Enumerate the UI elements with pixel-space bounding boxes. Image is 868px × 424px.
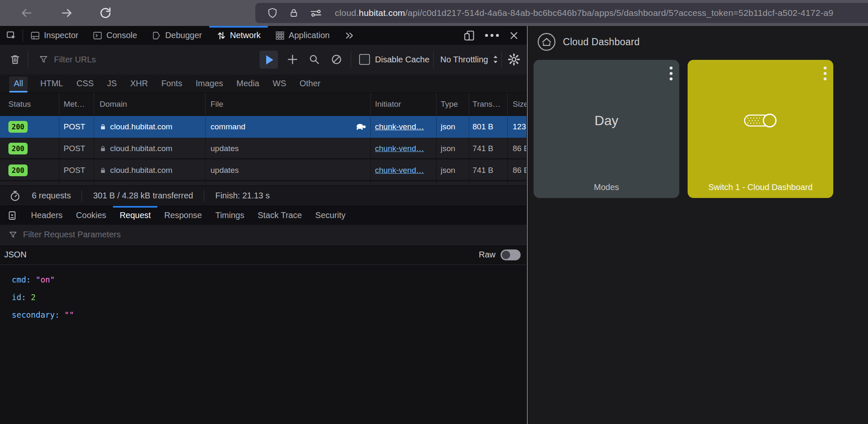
clear-requests-button[interactable]	[9, 45, 21, 74]
console-icon	[92, 31, 103, 41]
detail-tab-timings[interactable]: Timings	[208, 206, 251, 225]
collapse-pane-button[interactable]	[0, 210, 24, 221]
col-file[interactable]: File	[205, 93, 370, 116]
tab-label: Debugger	[165, 31, 202, 40]
table-row[interactable]: 200 POST cloud.hubitat.com command	[0, 116, 526, 138]
cell-type: json	[436, 138, 469, 159]
browser-toolbar: cloud.hubitat.com/api/c0d1d217-514d-4a6a…	[0, 0, 868, 26]
filter-tab-xhr[interactable]: XHR	[129, 77, 149, 90]
tab-application[interactable]: Application	[268, 26, 337, 45]
throttling-value: No Throttling	[440, 55, 488, 64]
page-title: Cloud Dashboard	[563, 36, 640, 48]
col-domain[interactable]: Domain	[94, 93, 205, 116]
lock-icon[interactable]	[289, 7, 299, 19]
https-lock-icon	[100, 145, 106, 152]
initiator-link[interactable]: chunk-vend…	[375, 144, 424, 153]
filter-tab-other[interactable]: Other	[299, 77, 321, 90]
reload-icon	[99, 6, 112, 20]
tab-console[interactable]: Console	[85, 26, 144, 45]
devtools-tabbar: Inspector Console Debugger	[0, 26, 526, 45]
tile-label: Switch 1 - Cloud Dashboard	[688, 182, 833, 192]
permissions-icon[interactable]	[310, 7, 322, 19]
resume-button[interactable]	[259, 51, 278, 69]
requests-count[interactable]: 6 requests	[32, 191, 71, 200]
url-domain: hubitat.com	[359, 8, 405, 18]
col-method[interactable]: Met…	[59, 93, 94, 116]
table-header-row: Status Met… Domain File Initiator Type T…	[0, 93, 526, 116]
col-size[interactable]: Size	[507, 93, 526, 116]
tile-switch[interactable]: Switch 1 - Cloud Dashboard	[688, 60, 833, 198]
filter-tab-images[interactable]: Images	[195, 77, 224, 90]
table-row[interactable]: 200 POST cloud.hubitat.com updates chunk…	[0, 138, 526, 159]
search-button[interactable]	[308, 45, 320, 74]
initiator-link[interactable]: chunk-vend…	[375, 122, 424, 131]
mode-value: Day	[595, 113, 619, 128]
reload-button[interactable]	[99, 6, 113, 20]
cell-size: 86 B	[507, 159, 526, 181]
block-requests-button[interactable]	[331, 45, 342, 74]
responsive-design-button[interactable]	[463, 30, 475, 41]
close-icon	[509, 31, 519, 41]
raw-toggle[interactable]	[501, 249, 521, 260]
filter-urls-input[interactable]: Filter URLs	[39, 45, 96, 74]
filter-tab-css[interactable]: CSS	[76, 77, 95, 90]
screenshot-root: cloud.hubitat.com/api/c0d1d217-514d-4a6a…	[0, 0, 868, 424]
filter-tab-all[interactable]: All	[9, 77, 28, 90]
forward-button[interactable]	[60, 6, 74, 20]
tile-label: Modes	[534, 182, 679, 192]
detail-tab-headers[interactable]: Headers	[24, 206, 69, 225]
initiator-link[interactable]: chunk-vend…	[375, 166, 424, 175]
url-path: /api/c0d1d217-514d-4a6a-84ab-bc6bc646b7b…	[405, 8, 833, 18]
col-type[interactable]: Type	[436, 93, 469, 116]
funnel-icon	[39, 54, 49, 65]
json-entry[interactable]: cmd: "on"	[12, 271, 526, 288]
back-button[interactable]	[19, 6, 33, 20]
detail-tab-security[interactable]: Security	[308, 206, 352, 225]
json-section-title[interactable]: JSON	[4, 250, 26, 260]
transferred-summary[interactable]: 301 B / 4.28 kB transferred	[93, 191, 193, 200]
forward-arrow-icon	[60, 6, 74, 20]
json-entry[interactable]: id: 2	[12, 288, 526, 306]
filter-request-parameters-input[interactable]: Filter Request Parameters	[0, 225, 526, 245]
new-request-button[interactable]	[286, 45, 299, 74]
filter-tab-fonts[interactable]: Fonts	[160, 77, 183, 90]
col-status[interactable]: Status	[0, 93, 59, 116]
network-settings-button[interactable]	[507, 45, 521, 74]
filter-tab-media[interactable]: Media	[236, 77, 260, 90]
more-tabs-button[interactable]	[337, 26, 362, 45]
cell-transferred: 801 B	[469, 116, 507, 138]
application-grid-icon	[275, 31, 285, 41]
cell-method: POST	[59, 138, 94, 159]
shield-icon[interactable]	[267, 7, 278, 19]
filter-tab-html[interactable]: HTML	[39, 77, 64, 90]
throttling-select[interactable]: No Throttling	[440, 45, 499, 74]
json-request-body: cmd: "on" id: 2 secondary: ""	[0, 265, 526, 424]
detail-tab-stack-trace[interactable]: Stack Trace	[251, 206, 309, 225]
table-row-partial[interactable]: 200 POST cloud.hubitat.com updates chunk…	[0, 181, 526, 185]
finish-time[interactable]: Finish: 21.13 s	[215, 191, 270, 200]
funnel-icon	[8, 230, 18, 240]
close-devtools-button[interactable]	[509, 31, 519, 41]
json-key: secondary:	[12, 310, 64, 319]
detail-tab-cookies[interactable]: Cookies	[69, 206, 113, 225]
disable-cache-checkbox[interactable]: Disable Cache	[359, 45, 429, 74]
updown-arrows-icon	[492, 55, 499, 64]
divider	[82, 190, 82, 201]
detail-tab-request[interactable]: Request	[113, 206, 158, 225]
plus-icon	[286, 53, 299, 66]
json-entry[interactable]: secondary: ""	[12, 306, 526, 324]
tile-modes[interactable]: Day Modes	[534, 60, 679, 198]
table-row[interactable]: 200 POST cloud.hubitat.com updates chunk…	[0, 159, 526, 181]
tab-debugger[interactable]: Debugger	[144, 26, 209, 45]
devtools-menu-button[interactable]	[485, 34, 499, 37]
col-transferred[interactable]: Trans…	[469, 93, 507, 116]
detail-tab-response[interactable]: Response	[157, 206, 208, 225]
filter-tab-js[interactable]: JS	[106, 77, 118, 90]
json-key: cmd:	[12, 275, 36, 284]
tab-inspector[interactable]: Inspector	[23, 26, 85, 45]
col-initiator[interactable]: Initiator	[370, 93, 436, 116]
url-bar[interactable]: cloud.hubitat.com/api/c0d1d217-514d-4a6a…	[255, 3, 868, 23]
filter-tab-ws[interactable]: WS	[272, 77, 287, 90]
pick-element-button[interactable]	[0, 30, 23, 41]
tab-network[interactable]: Network	[209, 26, 268, 45]
